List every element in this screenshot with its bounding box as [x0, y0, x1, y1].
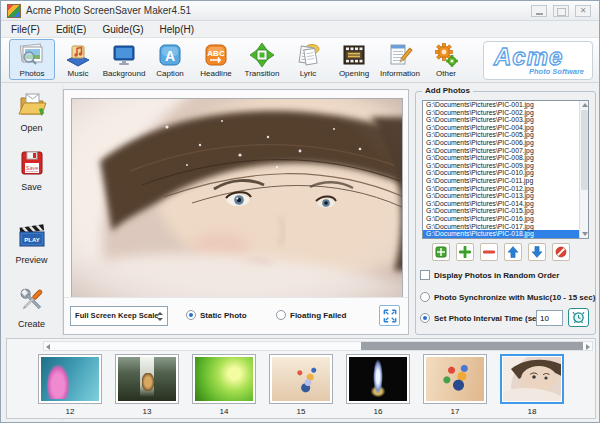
tool-transition[interactable]: Transition: [239, 39, 285, 80]
list-scrollbar[interactable]: [579, 101, 588, 238]
floating-failed-radio[interactable]: Floating Failed: [276, 310, 346, 320]
close-button[interactable]: ✕: [575, 5, 591, 17]
svg-text:PLAY: PLAY: [24, 237, 39, 243]
photo-file-list[interactable]: G:\Documents\Pictures\PIC-001.jpg G:\Doc…: [422, 100, 589, 239]
tool-label: Transition: [245, 69, 280, 78]
file-list-item[interactable]: G:\Documents\Pictures\PIC-012.jpg: [423, 185, 588, 193]
static-photo-label: Static Photo: [200, 311, 247, 320]
checkbox-icon: [420, 270, 430, 280]
add-folder-button[interactable]: [432, 243, 450, 261]
file-list-item[interactable]: G:\Documents\Pictures\PIC-003.jpg: [423, 116, 588, 124]
radio-icon: [186, 310, 196, 320]
remove-photo-button[interactable]: [480, 243, 498, 261]
open-button[interactable]: Open: [1, 89, 62, 133]
scale-mode-select[interactable]: Full Screen Keep Scale: [70, 306, 168, 326]
add-folder-icon: [435, 246, 447, 258]
filmstrip-scrollbar[interactable]: [43, 341, 593, 351]
file-list-item[interactable]: G:\Documents\Pictures\PIC-017.jpg: [423, 223, 588, 231]
file-list-item[interactable]: G:\Documents\Pictures\PIC-009.jpg: [423, 162, 588, 170]
scrollbar-thumb[interactable]: [361, 342, 583, 350]
save-button[interactable]: Save Save: [1, 148, 62, 192]
thumbnail-image: [426, 357, 484, 401]
file-list-item[interactable]: G:\Documents\Pictures\PIC-008.jpg: [423, 154, 588, 162]
file-list-item[interactable]: G:\Documents\Pictures\PIC-015.jpg: [423, 207, 588, 215]
thumbnail-18-selected[interactable]: [500, 354, 564, 404]
fullscreen-button[interactable]: [379, 305, 400, 326]
music-sync-radio[interactable]: Photo Synchronize with Music(10 - 15 sec…: [420, 292, 595, 302]
thumbnail-image: [118, 357, 176, 401]
title-bar: Acme Photo ScreenSaver Maker4.51 ✕: [1, 1, 599, 21]
tool-headline[interactable]: ABC Headline: [193, 39, 239, 80]
menu-file[interactable]: File(F): [11, 24, 40, 35]
plus-icon: [459, 246, 471, 258]
list-buttons: [432, 243, 570, 261]
combo-spinner-icon[interactable]: [154, 309, 165, 323]
filmstrip-panel: 12 13 14 15 16 17 18: [6, 338, 596, 419]
save-label: Save: [1, 182, 62, 192]
file-list-item[interactable]: G:\Documents\Pictures\PIC-006.jpg: [423, 139, 588, 147]
tool-caption[interactable]: A Caption: [147, 39, 193, 80]
transition-icon: [249, 42, 275, 68]
file-list-item[interactable]: G:\Documents\Pictures\PIC-005.jpg: [423, 131, 588, 139]
tool-opening[interactable]: Opening: [331, 39, 377, 80]
file-list-item[interactable]: G:\Documents\Pictures\PIC-016.jpg: [423, 215, 588, 223]
file-list-item[interactable]: G:\Documents\Pictures\PIC-007.jpg: [423, 147, 588, 155]
create-button[interactable]: Create: [1, 285, 62, 329]
file-list-item[interactable]: G:\Documents\Pictures\PIC-013.jpg: [423, 192, 588, 200]
thumbnail-number: 15: [269, 407, 333, 416]
tool-photos[interactable]: Photos: [9, 39, 55, 80]
interval-time-radio[interactable]: Set Photo Interval Time (sec): [420, 313, 544, 323]
menu-help[interactable]: Help(H): [160, 24, 194, 35]
tool-label: Other: [436, 69, 456, 78]
move-down-button[interactable]: [528, 243, 546, 261]
add-photo-button[interactable]: [456, 243, 474, 261]
photos-icon: [19, 42, 45, 68]
thumbnail-13[interactable]: [115, 354, 179, 404]
arrow-up-icon: [507, 246, 519, 258]
open-label: Open: [1, 123, 62, 133]
thumbnail-15[interactable]: [269, 354, 333, 404]
tool-label: Caption: [156, 69, 184, 78]
minimize-button[interactable]: [531, 5, 547, 17]
tool-label: Headline: [200, 69, 232, 78]
thumbnail-12[interactable]: [38, 354, 102, 404]
file-list-item[interactable]: G:\Documents\Pictures\PIC-002.jpg: [423, 109, 588, 117]
clear-all-button[interactable]: [552, 243, 570, 261]
tool-label: Background: [103, 69, 146, 78]
thumbnail-image: [503, 357, 561, 401]
headline-icon: ABC: [203, 42, 229, 68]
file-list-item[interactable]: G:\Documents\Pictures\PIC-004.jpg: [423, 124, 588, 132]
thumbnail-number: 12: [38, 407, 102, 416]
tool-other[interactable]: Other: [423, 39, 469, 80]
tool-background[interactable]: Background: [101, 39, 147, 80]
move-up-button[interactable]: [504, 243, 522, 261]
tool-information[interactable]: Information: [377, 39, 423, 80]
file-list-item[interactable]: G:\Documents\Pictures\PIC-010.jpg: [423, 169, 588, 177]
interval-seconds-input[interactable]: [536, 310, 563, 326]
file-list-item[interactable]: G:\Documents\Pictures\PIC-011.jpg: [423, 177, 588, 185]
file-list-item[interactable]: G:\Documents\Pictures\PIC-001.jpg: [423, 101, 588, 109]
logo-tagline: Photo Software: [529, 67, 584, 76]
thumbnail-17[interactable]: [423, 354, 487, 404]
thumbnail-image: [41, 357, 99, 401]
music-icon: [65, 42, 91, 68]
interval-timer-button[interactable]: [568, 308, 589, 327]
random-order-label: Display Photos in Random Order: [434, 271, 559, 280]
tool-music[interactable]: Music: [55, 39, 101, 80]
maximize-button[interactable]: [553, 5, 569, 17]
tool-label: Lyric: [300, 69, 317, 78]
file-list-item-selected[interactable]: G:\Documents\Pictures\PIC-018.jpg: [423, 230, 588, 238]
thumbnail-14[interactable]: [192, 354, 256, 404]
preview-controls: Full Screen Keep Scale Static Photo Floa…: [64, 297, 408, 334]
add-photos-title: Add Photos: [422, 86, 473, 95]
lyric-icon: [295, 42, 321, 68]
thumbnail-number: 16: [346, 407, 410, 416]
random-order-checkbox[interactable]: Display Photos in Random Order: [420, 270, 559, 280]
thumbnail-16[interactable]: [346, 354, 410, 404]
menu-guide[interactable]: Guide(G): [102, 24, 143, 35]
file-list-item[interactable]: G:\Documents\Pictures\PIC-014.jpg: [423, 200, 588, 208]
tool-lyric[interactable]: Lyric: [285, 39, 331, 80]
menu-edit[interactable]: Edit(E): [56, 24, 87, 35]
static-photo-radio[interactable]: Static Photo: [186, 310, 247, 320]
preview-button[interactable]: PLAY Preview: [1, 221, 62, 265]
